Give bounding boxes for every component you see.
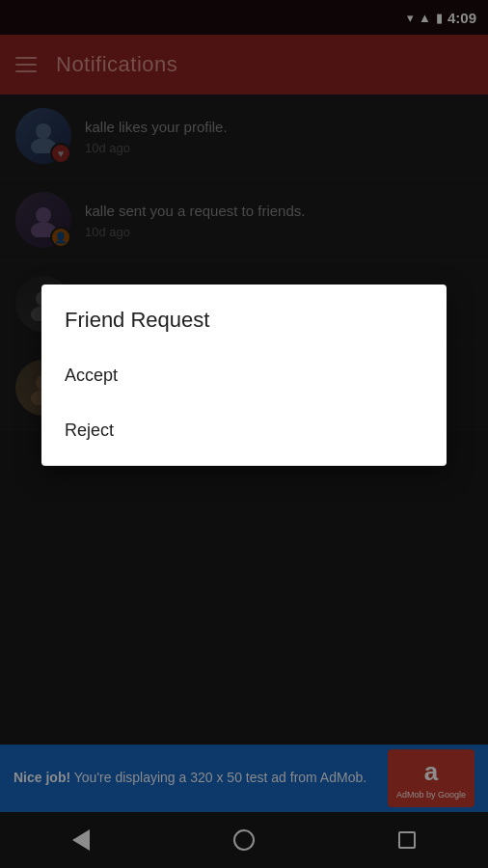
- dialog-overlay[interactable]: Friend Request Accept Reject: [0, 0, 488, 868]
- reject-button[interactable]: Reject: [41, 403, 447, 458]
- friend-request-dialog: Friend Request Accept Reject: [41, 285, 447, 466]
- accept-button[interactable]: Accept: [41, 348, 447, 403]
- dialog-title: Friend Request: [41, 308, 447, 348]
